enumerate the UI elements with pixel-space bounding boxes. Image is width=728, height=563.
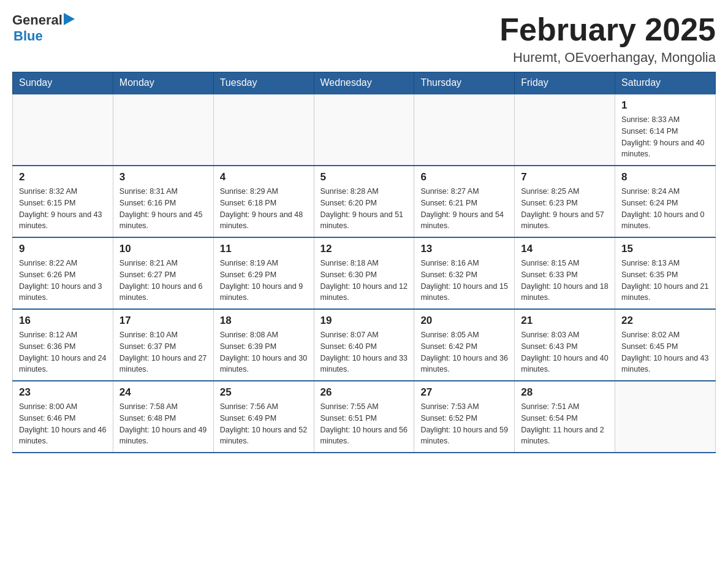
calendar-week-row: 23Sunrise: 8:00 AM Sunset: 6:46 PM Dayli…: [13, 381, 716, 453]
calendar-cell: [615, 381, 716, 453]
calendar-week-row: 16Sunrise: 8:12 AM Sunset: 6:36 PM Dayli…: [13, 309, 716, 381]
calendar-cell: [515, 94, 615, 166]
day-number: 18: [220, 315, 308, 327]
calendar-cell: 1Sunrise: 8:33 AM Sunset: 6:14 PM Daylig…: [615, 94, 716, 166]
calendar-cell: 13Sunrise: 8:16 AM Sunset: 6:32 PM Dayli…: [414, 237, 515, 309]
day-number: 26: [320, 386, 408, 399]
calendar-cell: 21Sunrise: 8:03 AM Sunset: 6:43 PM Dayli…: [515, 309, 615, 381]
calendar-cell: 26Sunrise: 7:55 AM Sunset: 6:51 PM Dayli…: [314, 381, 414, 453]
day-info: Sunrise: 7:53 AM Sunset: 6:52 PM Dayligh…: [420, 401, 508, 447]
day-info: Sunrise: 8:32 AM Sunset: 6:15 PM Dayligh…: [19, 186, 107, 232]
day-info: Sunrise: 8:02 AM Sunset: 6:45 PM Dayligh…: [621, 329, 709, 375]
calendar-cell: 27Sunrise: 7:53 AM Sunset: 6:52 PM Dayli…: [414, 381, 515, 453]
location-subtitle: Huremt, OEvoerhangay, Mongolia: [499, 50, 716, 66]
day-info: Sunrise: 8:33 AM Sunset: 6:14 PM Dayligh…: [621, 114, 709, 160]
calendar-cell: [414, 94, 515, 166]
day-info: Sunrise: 8:21 AM Sunset: 6:27 PM Dayligh…: [119, 258, 207, 304]
day-number: 23: [19, 386, 107, 399]
calendar-cell: 18Sunrise: 8:08 AM Sunset: 6:39 PM Dayli…: [213, 309, 314, 381]
calendar-cell: 5Sunrise: 8:28 AM Sunset: 6:20 PM Daylig…: [314, 166, 414, 237]
day-info: Sunrise: 8:24 AM Sunset: 6:24 PM Dayligh…: [621, 186, 709, 232]
day-info: Sunrise: 8:18 AM Sunset: 6:30 PM Dayligh…: [320, 258, 408, 304]
day-info: Sunrise: 8:07 AM Sunset: 6:40 PM Dayligh…: [320, 329, 408, 375]
calendar-cell: 17Sunrise: 8:10 AM Sunset: 6:37 PM Dayli…: [113, 309, 213, 381]
calendar-cell: 3Sunrise: 8:31 AM Sunset: 6:16 PM Daylig…: [113, 166, 213, 237]
day-number: 10: [119, 243, 207, 255]
title-block: February 2025 Huremt, OEvoerhangay, Mong…: [499, 12, 716, 66]
day-number: 24: [119, 386, 207, 399]
day-number: 7: [521, 171, 609, 183]
calendar-cell: [314, 94, 414, 166]
calendar-cell: 19Sunrise: 8:07 AM Sunset: 6:40 PM Dayli…: [314, 309, 414, 381]
svg-marker-0: [64, 13, 75, 25]
day-info: Sunrise: 8:10 AM Sunset: 6:37 PM Dayligh…: [119, 329, 207, 375]
day-info: Sunrise: 8:03 AM Sunset: 6:43 PM Dayligh…: [521, 329, 609, 375]
calendar-week-row: 9Sunrise: 8:22 AM Sunset: 6:26 PM Daylig…: [13, 237, 716, 309]
day-number: 5: [320, 171, 408, 183]
day-info: Sunrise: 7:56 AM Sunset: 6:49 PM Dayligh…: [220, 401, 308, 447]
day-info: Sunrise: 8:31 AM Sunset: 6:16 PM Dayligh…: [119, 186, 207, 232]
day-number: 8: [621, 171, 709, 183]
day-info: Sunrise: 7:58 AM Sunset: 6:48 PM Dayligh…: [119, 401, 207, 447]
day-number: 6: [420, 171, 508, 183]
calendar-cell: [213, 94, 314, 166]
day-of-week-header: Wednesday: [314, 72, 414, 94]
calendar-week-row: 2Sunrise: 8:32 AM Sunset: 6:15 PM Daylig…: [13, 166, 716, 237]
calendar-cell: 23Sunrise: 8:00 AM Sunset: 6:46 PM Dayli…: [13, 381, 113, 453]
logo-general-text: General: [12, 12, 63, 28]
day-number: 22: [621, 315, 709, 327]
day-info: Sunrise: 8:08 AM Sunset: 6:39 PM Dayligh…: [220, 329, 308, 375]
day-number: 20: [420, 315, 508, 327]
calendar-cell: 25Sunrise: 7:56 AM Sunset: 6:49 PM Dayli…: [213, 381, 314, 453]
day-number: 28: [521, 386, 609, 399]
day-number: 4: [220, 171, 308, 183]
day-number: 3: [119, 171, 207, 183]
calendar-cell: 22Sunrise: 8:02 AM Sunset: 6:45 PM Dayli…: [615, 309, 716, 381]
calendar-cell: 7Sunrise: 8:25 AM Sunset: 6:23 PM Daylig…: [515, 166, 615, 237]
calendar-cell: [113, 94, 213, 166]
day-info: Sunrise: 8:16 AM Sunset: 6:32 PM Dayligh…: [420, 258, 508, 304]
day-of-week-header: Thursday: [414, 72, 515, 94]
day-info: Sunrise: 8:25 AM Sunset: 6:23 PM Dayligh…: [521, 186, 609, 232]
day-number: 21: [521, 315, 609, 327]
day-number: 15: [621, 243, 709, 255]
day-info: Sunrise: 8:13 AM Sunset: 6:35 PM Dayligh…: [621, 258, 709, 304]
calendar-cell: 12Sunrise: 8:18 AM Sunset: 6:30 PM Dayli…: [314, 237, 414, 309]
calendar-cell: 9Sunrise: 8:22 AM Sunset: 6:26 PM Daylig…: [13, 237, 113, 309]
day-number: 16: [19, 315, 107, 327]
day-info: Sunrise: 8:28 AM Sunset: 6:20 PM Dayligh…: [320, 186, 408, 232]
day-info: Sunrise: 8:12 AM Sunset: 6:36 PM Dayligh…: [19, 329, 107, 375]
logo-blue-text: Blue: [13, 28, 43, 44]
day-number: 27: [420, 386, 508, 399]
day-of-week-header: Sunday: [13, 72, 113, 94]
calendar-cell: 10Sunrise: 8:21 AM Sunset: 6:27 PM Dayli…: [113, 237, 213, 309]
calendar-table: SundayMondayTuesdayWednesdayThursdayFrid…: [12, 72, 716, 453]
calendar-cell: 2Sunrise: 8:32 AM Sunset: 6:15 PM Daylig…: [13, 166, 113, 237]
day-number: 14: [521, 243, 609, 255]
calendar-cell: 15Sunrise: 8:13 AM Sunset: 6:35 PM Dayli…: [615, 237, 716, 309]
day-info: Sunrise: 8:15 AM Sunset: 6:33 PM Dayligh…: [521, 258, 609, 304]
logo: General Blue: [12, 12, 75, 44]
day-number: 19: [320, 315, 408, 327]
calendar-cell: 28Sunrise: 7:51 AM Sunset: 6:54 PM Dayli…: [515, 381, 615, 453]
calendar-week-row: 1Sunrise: 8:33 AM Sunset: 6:14 PM Daylig…: [13, 94, 716, 166]
calendar-cell: 11Sunrise: 8:19 AM Sunset: 6:29 PM Dayli…: [213, 237, 314, 309]
day-info: Sunrise: 8:19 AM Sunset: 6:29 PM Dayligh…: [220, 258, 308, 304]
day-of-week-header: Friday: [515, 72, 615, 94]
day-info: Sunrise: 8:22 AM Sunset: 6:26 PM Dayligh…: [19, 258, 107, 304]
logo-arrow-icon: [64, 13, 75, 25]
page-header: General Blue February 2025 Huremt, OEvoe…: [12, 12, 716, 66]
day-of-week-header: Tuesday: [213, 72, 314, 94]
calendar-cell: 20Sunrise: 8:05 AM Sunset: 6:42 PM Dayli…: [414, 309, 515, 381]
day-info: Sunrise: 7:51 AM Sunset: 6:54 PM Dayligh…: [521, 401, 609, 447]
day-number: 25: [220, 386, 308, 399]
day-info: Sunrise: 8:27 AM Sunset: 6:21 PM Dayligh…: [420, 186, 508, 232]
calendar-cell: 14Sunrise: 8:15 AM Sunset: 6:33 PM Dayli…: [515, 237, 615, 309]
day-number: 1: [621, 99, 709, 112]
day-info: Sunrise: 8:00 AM Sunset: 6:46 PM Dayligh…: [19, 401, 107, 447]
day-info: Sunrise: 8:05 AM Sunset: 6:42 PM Dayligh…: [420, 329, 508, 375]
calendar-cell: 8Sunrise: 8:24 AM Sunset: 6:24 PM Daylig…: [615, 166, 716, 237]
month-title: February 2025: [499, 12, 716, 47]
calendar-cell: 4Sunrise: 8:29 AM Sunset: 6:18 PM Daylig…: [213, 166, 314, 237]
day-of-week-header: Monday: [113, 72, 213, 94]
